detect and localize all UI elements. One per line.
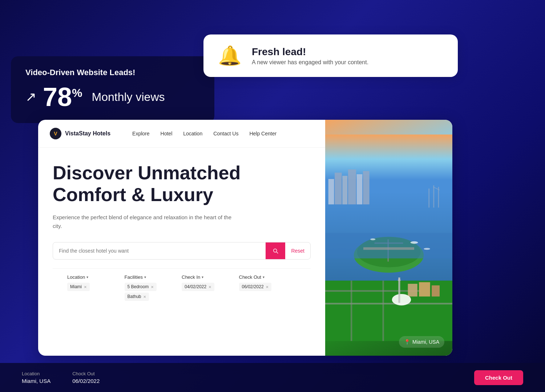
svg-rect-5 [348, 170, 356, 204]
brand-name: VistaStay Hotels [65, 130, 110, 137]
svg-rect-20 [432, 285, 440, 297]
svg-rect-14 [325, 290, 421, 291]
bottom-checkout: Chock Out 06/02/2022 [72, 371, 100, 384]
svg-point-24 [424, 248, 430, 250]
svg-rect-6 [357, 174, 363, 204]
facility-tag-0: 5 Bedroom × [125, 283, 157, 291]
stats-title: Video-Driven Website Leads! [25, 68, 200, 77]
remove-checkout[interactable]: × [266, 284, 269, 290]
hotel-left-panel: V VistaStay Hotels Explore Hotel Locatio… [38, 120, 325, 356]
location-tag: Miami × [67, 283, 90, 291]
remove-facility-1[interactable]: × [144, 294, 146, 299]
bell-icon: 🔔 [218, 45, 242, 67]
aerial-svg [325, 120, 452, 356]
svg-rect-28 [433, 185, 435, 208]
checkin-tag: 04/02/2022 × [182, 283, 214, 291]
svg-rect-26 [398, 277, 400, 303]
reset-button[interactable]: Reset [285, 243, 310, 259]
nav-hotel[interactable]: Hotel [161, 131, 173, 136]
percent-value: 78 [43, 82, 72, 111]
hotel-aerial-image: 📍 Miami, USA [325, 120, 452, 356]
hero-subtitle: Experience the perfect blend of elegance… [53, 213, 242, 230]
svg-rect-12 [325, 233, 452, 258]
bottom-location-label: Location [22, 371, 51, 376]
nav-contact[interactable]: Contact Us [213, 131, 238, 136]
filter-checkout-label[interactable]: Check Out ▾ [239, 274, 296, 280]
hero-section: Discover Unmatched Comfort & Luxury Expe… [38, 148, 325, 313]
chevron-down-icon: ▾ [86, 275, 88, 279]
nav-location[interactable]: Location [183, 131, 202, 136]
search-bar: Reset [53, 242, 311, 260]
filter-location-label[interactable]: Location ▾ [67, 274, 125, 280]
chevron-down-icon: ▾ [202, 275, 203, 279]
filter-checkin-label[interactable]: Check In ▾ [182, 274, 239, 280]
stats-label: Monthly views [92, 90, 165, 104]
bottom-location: Location Miami, USA [22, 371, 51, 384]
stats-percent: 78% [43, 84, 82, 110]
image-location-text: Miami, USA [412, 339, 439, 345]
nav-help[interactable]: Help Center [249, 131, 276, 136]
checkout-button[interactable]: Check Out [474, 370, 523, 385]
filter-facilities: Facilities ▾ 5 Bedroom × Bathub × [125, 274, 182, 302]
hero-title-line2: Comfort & Luxury [53, 184, 213, 205]
image-location-tag: 📍 Miami, USA [399, 336, 444, 348]
percent-sign: % [72, 86, 82, 99]
nav-explore[interactable]: Explore [132, 131, 149, 136]
map-pin-icon: 📍 [404, 339, 410, 345]
remove-location[interactable]: × [84, 284, 87, 290]
checkout-tag: 06/02/2022 × [239, 283, 272, 291]
svg-rect-4 [342, 176, 347, 204]
filter-location: Location ▾ Miami × [67, 274, 125, 302]
arrow-icon: ↗ [25, 89, 36, 105]
svg-rect-18 [408, 284, 417, 297]
stats-row: ↗ 78% Monthly views [25, 84, 200, 110]
nav-links: Explore Hotel Location Contact Us Help C… [132, 131, 276, 136]
filter-facilities-label[interactable]: Facilities ▾ [125, 274, 182, 280]
svg-rect-3 [335, 173, 342, 205]
svg-rect-16 [351, 281, 352, 341]
hero-title-line1: Discover Unmatched [53, 162, 241, 183]
filter-checkin: Check In ▾ 04/02/2022 × [182, 274, 239, 302]
remove-facility-0[interactable]: × [151, 284, 154, 290]
svg-rect-7 [363, 171, 370, 204]
svg-point-21 [392, 294, 411, 306]
brand: V VistaStay Hotels [50, 128, 110, 139]
svg-point-25 [370, 238, 375, 240]
notification-card: 🔔 Fresh lead! A new viewer has engaged w… [203, 34, 458, 77]
hotel-card: V VistaStay Hotels Explore Hotel Locatio… [38, 120, 452, 356]
svg-rect-2 [328, 179, 334, 204]
hotel-image-panel: 📍 Miami, USA [325, 120, 452, 356]
notif-content: Fresh lead! A new viewer has engaged wit… [252, 46, 368, 66]
svg-rect-19 [419, 282, 430, 297]
hero-title: Discover Unmatched Comfort & Luxury [53, 162, 311, 206]
bottom-bar: Location Miami, USA Chock Out 06/02/2022… [0, 363, 545, 392]
bottom-checkout-label: Chock Out [72, 371, 100, 376]
svg-point-23 [411, 241, 418, 244]
chevron-down-icon: ▾ [263, 275, 265, 279]
brand-logo: V [50, 128, 61, 139]
svg-rect-15 [325, 303, 452, 304]
search-icon [272, 248, 279, 254]
bottom-location-value: Miami, USA [22, 378, 51, 384]
notif-subtitle: A new viewer has engaged with your conte… [252, 59, 368, 66]
remove-checkin[interactable]: × [209, 284, 211, 290]
stats-card: Video-Driven Website Leads! ↗ 78% Monthl… [11, 56, 214, 123]
chevron-down-icon: ▾ [144, 275, 146, 279]
svg-rect-22 [363, 247, 414, 250]
bottom-checkout-value: 06/02/2022 [72, 378, 100, 384]
notif-title: Fresh lead! [252, 46, 368, 58]
search-input[interactable] [59, 243, 266, 259]
search-button[interactable] [266, 242, 285, 259]
filter-checkout: Check Out ▾ 06/02/2022 × [239, 274, 296, 302]
svg-rect-30 [428, 188, 429, 208]
navbar: V VistaStay Hotels Explore Hotel Locatio… [38, 120, 325, 148]
filter-row: Location ▾ Miami × Facilities ▾ 5 Bedroo… [53, 268, 311, 302]
svg-rect-17 [383, 281, 384, 341]
facility-tag-1: Bathub × [125, 293, 149, 301]
